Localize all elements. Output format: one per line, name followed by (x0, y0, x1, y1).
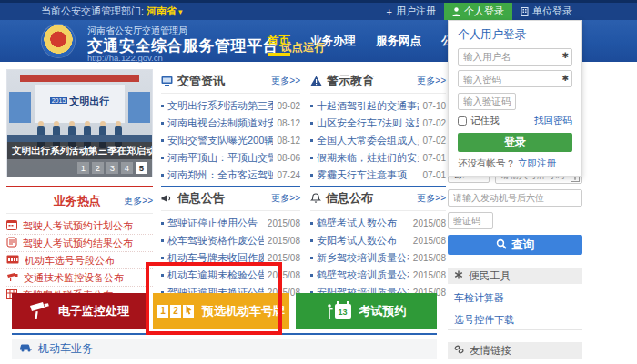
clipboard-icon (6, 237, 17, 249)
list-item[interactable]: 驾驶证停止使用公告2015/08 (161, 215, 300, 232)
section-title: 警示教育 (327, 73, 412, 89)
no-account-text: 还没有帐号？ (458, 157, 515, 168)
page-dot-5[interactable]: 5 (136, 162, 147, 174)
list-item[interactable]: 校车驾驶资格作废公告2015/08 (161, 232, 300, 249)
person-icon (452, 7, 460, 16)
query-submit-button[interactable]: 查询 (448, 235, 582, 255)
more-link[interactable]: 更多>> (124, 195, 153, 207)
building-icon (521, 7, 529, 16)
hot-item[interactable]: 机动车选号号段公布 (6, 252, 153, 269)
password-input[interactable] (458, 70, 572, 87)
calendar-13-icon: 13 (327, 304, 351, 318)
page-dot-4[interactable]: 4 (121, 162, 133, 174)
chain-link-icon (454, 345, 464, 356)
slider-pagination: 1 2 3 4 5 (7, 159, 152, 177)
preselect-plate-button[interactable]: 1 2 预选机动车号牌 (153, 293, 289, 329)
page-dot-2[interactable]: 2 (92, 162, 104, 174)
section-title: 交管资讯 (177, 73, 267, 89)
photo-side-panel (9, 92, 31, 123)
list-item[interactable]: 安阳考试人数公布2015/08 (310, 232, 446, 249)
list-item[interactable]: 河南平顶山：平顶山交警召...08-06 (161, 149, 300, 167)
list-item[interactable]: 机动车逾期未检验公告2015/08 (161, 267, 300, 284)
list-item[interactable]: 雾霾天行车注意事项07-01 (310, 167, 446, 184)
section-notice: 信息公告 更多>> 驾驶证停止使用公告2015/08 校车驾驶资格作废公告201… (161, 186, 300, 301)
engine-number-input[interactable] (448, 189, 582, 207)
photo-backdrop: 2015文明出行 (35, 85, 125, 123)
divider (448, 308, 582, 308)
vehicle-query-form: 豫 查询 (448, 166, 582, 255)
camera-icon (6, 272, 18, 284)
more-link[interactable]: 更多>> (271, 192, 300, 205)
tool-link-plugin-download[interactable]: 选号控件下载 (448, 313, 582, 327)
register-link[interactable]: + 用户注册 (379, 3, 444, 20)
more-link[interactable]: 更多>> (271, 75, 300, 87)
section-title: 业务热点 (6, 193, 124, 209)
list-item[interactable]: 鹤壁考试人数公布2015/08 (310, 215, 446, 232)
slide-caption[interactable]: 文明出行系列活动第三季在郑启动 (7, 142, 152, 159)
dept-value: 河南省 (147, 5, 177, 16)
site-url: http://ha.122.gov.cn (87, 53, 163, 63)
forgot-password-link[interactable]: 找回密码 (534, 115, 572, 127)
login-title: 个人用户登录 (458, 27, 572, 43)
topbar: 当前公安交通管理部门:河南省▾ + 用户注册 个人登录 单位登录 (0, 0, 637, 20)
tools-section-header: 便民工具 (448, 268, 582, 284)
list-item[interactable]: 山区安全行车7法则 这里的...07-02 (310, 115, 446, 132)
nav-home[interactable]: 首页 (261, 28, 297, 55)
asterisk-icon (454, 270, 463, 281)
page-dot-1[interactable]: 1 (77, 162, 89, 174)
tool-link-calculator[interactable]: 车检计算器 (448, 291, 582, 305)
personal-login-button[interactable]: 个人登录 (444, 3, 512, 20)
section-publish: 信息公布 更多>> 鹤壁考试人数公布2015/08 安阳考试人数公布2015/0… (310, 186, 446, 301)
list-item[interactable]: 假期来临，娃娃们的安全最...07-01 (310, 149, 446, 167)
hot-item[interactable]: 交通技术监控设备公布 (6, 269, 153, 287)
section-warning: 警示教育 更多>> 十起酒驾引起的交通事故典...07-10 山区安全行车7法则… (310, 73, 446, 184)
hot-item[interactable]: 驾驶人考试预约结果公布 (6, 235, 153, 252)
electronic-monitoring-button[interactable]: 电子监控处理 (12, 293, 146, 329)
calendar-icon (6, 219, 17, 232)
plus-icon: + (387, 6, 392, 17)
vehicle-business-bar[interactable]: 机动车业务 (12, 339, 437, 359)
plate-number-icon (6, 255, 19, 266)
list-item[interactable]: 鹤壁驾校培训质量公布2015/08 (310, 267, 446, 284)
news-slider[interactable]: 2015文明出行 文明出行系列活动第三季在郑启动 1 2 3 4 5 (6, 69, 153, 177)
captcha-input[interactable] (458, 93, 516, 110)
query-captcha-input[interactable] (448, 212, 493, 229)
section-title: 信息公布 (326, 190, 412, 207)
tv-icon (161, 76, 173, 86)
current-department[interactable]: 当前公安交通管理部门:河南省▾ (41, 3, 183, 20)
required-mark: ✱ (561, 74, 569, 83)
more-link[interactable]: 更多>> (417, 192, 446, 205)
photo-side-panel (128, 92, 150, 123)
account-links: + 用户注册 个人登录 单位登录 (379, 3, 581, 20)
dept-label: 当前公安交通管理部门: (41, 5, 144, 16)
username-input[interactable] (458, 48, 572, 66)
photo-stage (7, 135, 152, 142)
police-emblem-logo (42, 25, 75, 57)
search-icon (496, 238, 507, 252)
list-item[interactable]: 河南郑州：全市客运驾驶员...07-24 (161, 167, 300, 184)
more-link[interactable]: 更多>> (417, 75, 446, 87)
remember-me-checkbox[interactable] (458, 116, 467, 126)
list-item[interactable]: 河南电视台法制频道对安阳...08-12 (161, 115, 300, 132)
register-now-link[interactable]: 立即注册 (518, 157, 556, 168)
list-item[interactable]: 安阳交警支队曝光200辆私...08-12 (161, 132, 300, 149)
list-item[interactable]: 全国人大常委会组成人员吁...07-02 (310, 132, 446, 149)
page-dot-3[interactable]: 3 (106, 162, 118, 174)
divider (448, 329, 582, 330)
car-icon (19, 342, 33, 355)
personal-login-panel: 个人用户登录 ✱ ✱ 记住我 找回密码 登录 还没有帐号？ 立即注册 (448, 20, 582, 177)
section-hot-business: 业务热点 更多>> 驾驶人考试预约计划公布 驾驶人考试预约结果公布 机动车选号号… (6, 186, 153, 304)
login-submit-button[interactable]: 登录 (458, 133, 572, 152)
page: 当前公安交通管理部门:河南省▾ + 用户注册 个人登录 单位登录 河南省公安厅交… (0, 0, 637, 364)
unit-login-button[interactable]: 单位登录 (512, 3, 581, 20)
list-item[interactable]: 十起酒驾引起的交通事故典...07-10 (310, 97, 446, 115)
list-item[interactable]: 新乡驾校培训质量公布2015/08 (310, 249, 446, 267)
list-item[interactable]: 机动车号牌未收回作废公告2015/08 (161, 249, 300, 267)
list-item[interactable]: 文明出行系列活动第三季在...09-02 (161, 97, 300, 115)
exam-appointment-button[interactable]: 13 考试预约 (296, 293, 437, 329)
megaphone-icon (161, 193, 173, 204)
hot-item[interactable]: 驾驶人考试预约计划公布 (6, 217, 153, 235)
nav-service-points[interactable]: 服务网点 (369, 28, 428, 55)
remember-me-label: 记住我 (470, 115, 500, 127)
nav-business[interactable]: 业务办理 (304, 28, 362, 55)
